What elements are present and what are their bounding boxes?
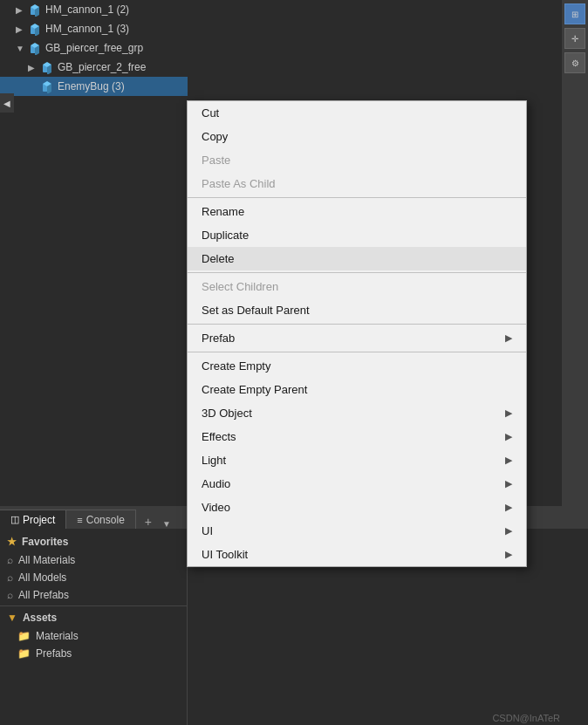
menu-item-label: UI Toolkit xyxy=(202,548,248,561)
menu-item-light[interactable]: Light ▶ xyxy=(188,448,526,472)
all-models-label: All Models xyxy=(18,571,66,584)
submenu-arrow-icon: ▶ xyxy=(505,455,512,466)
tab-console-label: Console xyxy=(86,514,125,526)
menu-item-label: Video xyxy=(202,501,230,514)
menu-item-label: Rename xyxy=(202,205,244,218)
menu-item-audio[interactable]: Audio ▶ xyxy=(188,472,526,496)
menu-item-label: Paste xyxy=(202,154,230,167)
submenu-arrow-icon: ▶ xyxy=(505,332,512,344)
menu-separator-1 xyxy=(188,197,526,198)
menu-item-ui-toolkit[interactable]: UI Toolkit ▶ xyxy=(188,543,526,566)
prefabs-label: Prefabs xyxy=(36,647,72,660)
folder-icon: 📁 xyxy=(17,647,31,660)
cube-icon xyxy=(28,3,42,17)
arrow-icon: ▶ xyxy=(28,63,40,72)
arrow-icon: ▶ xyxy=(16,5,28,15)
menu-item-duplicate[interactable]: Duplicate xyxy=(188,223,526,247)
toolbar-btn-2[interactable]: ✛ xyxy=(564,28,585,49)
menu-item-3d-object[interactable]: 3D Object ▶ xyxy=(188,401,526,425)
menu-item-label: Set as Default Parent xyxy=(202,304,310,317)
menu-item-label: 3D Object xyxy=(202,407,252,420)
menu-item-label: Audio xyxy=(202,477,230,490)
arrow-icon: ▼ xyxy=(16,44,28,53)
add-tab-btn[interactable]: + xyxy=(140,515,157,529)
assets-label: Assets xyxy=(23,612,57,624)
submenu-arrow-icon: ▶ xyxy=(505,478,512,489)
context-menu: Cut Copy Paste Paste As Child Rename Dup… xyxy=(187,100,527,567)
panel-item-all-materials[interactable]: ⌕ All Materials xyxy=(0,551,187,569)
panel-item-prefabs[interactable]: 📁 Prefabs xyxy=(0,645,187,662)
submenu-arrow-icon: ▶ xyxy=(505,502,512,513)
arrow-icon: ▶ xyxy=(28,82,40,92)
menu-item-create-empty[interactable]: Create Empty xyxy=(188,354,526,378)
cursor-icon: ✛ xyxy=(571,34,578,44)
hierarchy-panel: ▶ HM_cannon_1 (2) ▶ HM_cannon_1 (3) ▼ GB… xyxy=(0,0,188,506)
menu-item-prefab[interactable]: Prefab ▶ xyxy=(188,326,526,350)
panel-item-all-prefabs[interactable]: ⌕ All Prefabs xyxy=(0,586,187,604)
search-icon: ⌕ xyxy=(7,589,13,601)
menu-item-select-children: Select Children xyxy=(188,275,526,298)
panel-divider xyxy=(0,605,187,606)
panel-item-all-models[interactable]: ⌕ All Models xyxy=(0,569,187,586)
menu-item-set-default-parent[interactable]: Set as Default Parent xyxy=(188,298,526,322)
submenu-arrow-icon: ▶ xyxy=(505,407,512,419)
tab-project-label: Project xyxy=(23,514,55,526)
menu-item-label: Light xyxy=(202,454,226,467)
console-icon: ≡ xyxy=(77,515,82,525)
menu-item-label: Effects xyxy=(202,430,236,443)
menu-item-paste: Paste xyxy=(188,148,526,172)
submenu-arrow-icon: ▶ xyxy=(505,549,512,560)
menu-item-create-empty-parent[interactable]: Create Empty Parent xyxy=(188,378,526,401)
menu-item-rename[interactable]: Rename xyxy=(188,200,526,223)
panel-item-materials[interactable]: 📁 Materials xyxy=(0,627,187,645)
cube-icon xyxy=(40,60,54,74)
submenu-arrow-icon: ▶ xyxy=(505,431,512,442)
cube-icon xyxy=(40,79,54,93)
hierarchy-item-enemybug[interactable]: ▶ EnemyBug (3) xyxy=(0,77,188,96)
hierarchy-item-gb-piercer-2[interactable]: ▶ GB_piercer_2_free xyxy=(0,58,188,77)
hierarchy-label: GB_piercer_2_free xyxy=(58,61,146,73)
submenu-arrow-icon: ▶ xyxy=(505,525,512,537)
menu-item-label: UI xyxy=(202,524,213,537)
star-icon: ★ xyxy=(7,536,17,548)
menu-item-label: Paste As Child xyxy=(202,177,276,190)
project-left-panel: ★ Favorites ⌕ All Materials ⌕ All Models… xyxy=(0,529,188,725)
assets-header: ▼ Assets xyxy=(0,608,187,627)
project-icon: ◫ xyxy=(10,514,19,525)
menu-item-label: Delete xyxy=(202,252,235,265)
menu-item-effects[interactable]: Effects ▶ xyxy=(188,425,526,448)
menu-item-video[interactable]: Video ▶ xyxy=(188,496,526,519)
menu-item-delete[interactable]: Delete xyxy=(188,247,526,270)
cube-icon xyxy=(28,22,42,36)
hierarchy-item-gb-piercer-grp[interactable]: ▼ GB_piercer_free_grp xyxy=(0,38,188,58)
arrow-icon: ▶ xyxy=(16,24,28,34)
tab-console[interactable]: ≡ Console xyxy=(66,510,135,529)
menu-item-ui[interactable]: UI ▶ xyxy=(188,519,526,543)
hierarchy-item-hm-cannon-2[interactable]: ▶ HM_cannon_1 (2) xyxy=(0,0,188,19)
menu-item-label: Duplicate xyxy=(202,229,249,242)
all-materials-label: All Materials xyxy=(18,554,75,566)
toolbar-btn-3[interactable]: ⚙ xyxy=(564,52,585,73)
plus-icon: + xyxy=(145,515,152,529)
hierarchy-item-hm-cannon-3[interactable]: ▶ HM_cannon_1 (3) xyxy=(0,19,188,38)
menu-item-copy[interactable]: Copy xyxy=(188,125,526,148)
menu-item-label: Copy xyxy=(202,130,228,143)
hierarchy-label: GB_piercer_free_grp xyxy=(45,42,143,54)
tab-project[interactable]: ◫ Project xyxy=(0,510,66,529)
menu-item-cut[interactable]: Cut xyxy=(188,101,526,125)
menu-item-label: Cut xyxy=(202,106,219,120)
menu-item-label: Create Empty Parent xyxy=(202,383,307,396)
materials-label: Materials xyxy=(36,630,79,642)
hierarchy-label: HM_cannon_1 (3) xyxy=(45,23,129,35)
tab-dropdown-btn[interactable]: ▼ xyxy=(159,519,174,529)
right-toolbar: ⊞ ✛ ⚙ xyxy=(562,0,588,506)
favorites-header: ★ Favorites xyxy=(0,532,187,551)
folder-icon: ▼ xyxy=(7,612,17,624)
menu-item-label: Create Empty xyxy=(202,359,270,373)
all-prefabs-label: All Prefabs xyxy=(18,589,69,601)
left-indicator: ◀ xyxy=(0,93,14,113)
menu-separator-4 xyxy=(188,352,526,352)
folder-icon: 📁 xyxy=(17,630,31,642)
toolbar-btn-1[interactable]: ⊞ xyxy=(564,3,585,24)
search-icon: ⌕ xyxy=(7,571,13,584)
